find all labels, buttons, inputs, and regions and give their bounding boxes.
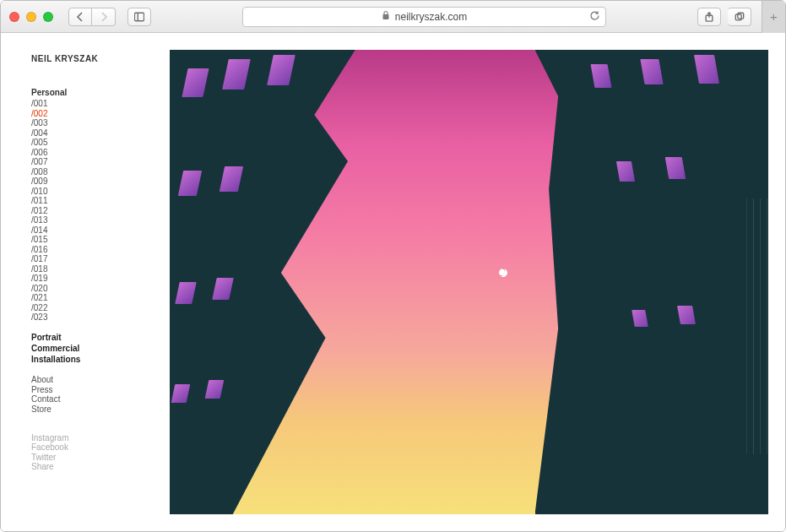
nav-social-item[interactable]: Share [31, 463, 170, 471]
nav-personal-item[interactable]: /009 [31, 177, 170, 186]
nav-personal-item[interactable]: /022 [31, 304, 170, 312]
close-window-button[interactable] [9, 12, 19, 22]
nav-personal-item[interactable]: /016 [31, 246, 170, 254]
gallery-photo[interactable] [170, 50, 768, 514]
svg-rect-0 [134, 13, 144, 20]
nav-categories: PortraitCommercialInstallations [31, 334, 170, 364]
sidebar-toggle-button[interactable] [127, 8, 151, 26]
nav-info-item[interactable]: Contact [31, 395, 170, 404]
lock-icon [382, 10, 390, 23]
nav-category-item[interactable]: Portrait [31, 334, 170, 342]
nav-personal-item[interactable]: /018 [31, 265, 170, 274]
forward-button[interactable] [92, 8, 116, 26]
site-title[interactable]: NEIL KRYSZAK [31, 55, 170, 63]
nav-personal-header[interactable]: Personal [31, 89, 170, 97]
nav-personal-item[interactable]: /020 [31, 285, 170, 293]
nav-social-item[interactable]: Twitter [31, 453, 170, 462]
nav-info-item[interactable]: About [31, 376, 170, 384]
nav-info-item[interactable]: Store [31, 405, 170, 414]
nav-personal-item[interactable]: /014 [31, 226, 170, 235]
tabs-overview-button[interactable] [728, 8, 751, 26]
svg-rect-5 [737, 13, 743, 19]
main-image-area [170, 33, 785, 531]
nav-social: InstagramFacebookTwitterShare [31, 434, 170, 472]
page-viewport: NEIL KRYSZAK Personal /001/002/003/004/0… [1, 33, 785, 531]
nav-personal-item[interactable]: /010 [31, 187, 170, 196]
reload-button[interactable] [589, 10, 600, 24]
nav-personal-item[interactable]: /005 [31, 138, 170, 147]
nav-personal-item[interactable]: /021 [31, 294, 170, 302]
nav-social-item[interactable]: Facebook [31, 443, 170, 452]
svg-rect-2 [382, 14, 388, 19]
history-nav [68, 8, 116, 26]
nav-personal-item[interactable]: /008 [31, 168, 170, 176]
nav-category-item[interactable]: Commercial [31, 345, 170, 353]
zoom-window-button[interactable] [43, 12, 53, 22]
browser-titlebar: neilkryszak.com + [1, 1, 785, 33]
nav-personal-item[interactable]: /019 [31, 274, 170, 283]
share-button[interactable] [697, 8, 721, 26]
nav-personal-item[interactable]: /006 [31, 149, 170, 157]
nav-info: AboutPressContactStore [31, 376, 170, 414]
nav-social-item[interactable]: Instagram [31, 434, 170, 442]
nav-personal-item[interactable]: /011 [31, 197, 170, 205]
window-controls [9, 12, 53, 22]
address-url: neilkryszak.com [395, 11, 467, 23]
nav-info-item[interactable]: Press [31, 386, 170, 394]
nav-personal-item[interactable]: /004 [31, 129, 170, 138]
browser-window: neilkryszak.com + NEIL KRYSZAK Personal … [0, 0, 786, 532]
nav-personal: Personal /001/002/003/004/005/006/007/00… [31, 89, 170, 322]
nav-personal-item[interactable]: /023 [31, 313, 170, 322]
photo-railing [753, 198, 754, 454]
nav-personal-item[interactable]: /002 [31, 110, 170, 118]
toolbar-right [697, 8, 751, 26]
photo-building-right [535, 50, 769, 514]
nav-personal-item[interactable]: /015 [31, 236, 170, 244]
new-tab-button[interactable]: + [762, 1, 785, 33]
site-sidebar: NEIL KRYSZAK Personal /001/002/003/004/0… [1, 33, 170, 531]
minimize-window-button[interactable] [26, 12, 36, 22]
nav-category-item[interactable]: Installations [31, 356, 170, 364]
nav-personal-item[interactable]: /013 [31, 216, 170, 225]
nav-personal-item[interactable]: /012 [31, 207, 170, 215]
back-button[interactable] [68, 8, 92, 26]
nav-personal-item[interactable]: /017 [31, 255, 170, 263]
nav-personal-item[interactable]: /001 [31, 100, 170, 108]
nav-personal-item[interactable]: /007 [31, 158, 170, 166]
address-bar[interactable]: neilkryszak.com [242, 7, 606, 27]
nav-personal-item[interactable]: /003 [31, 119, 170, 128]
